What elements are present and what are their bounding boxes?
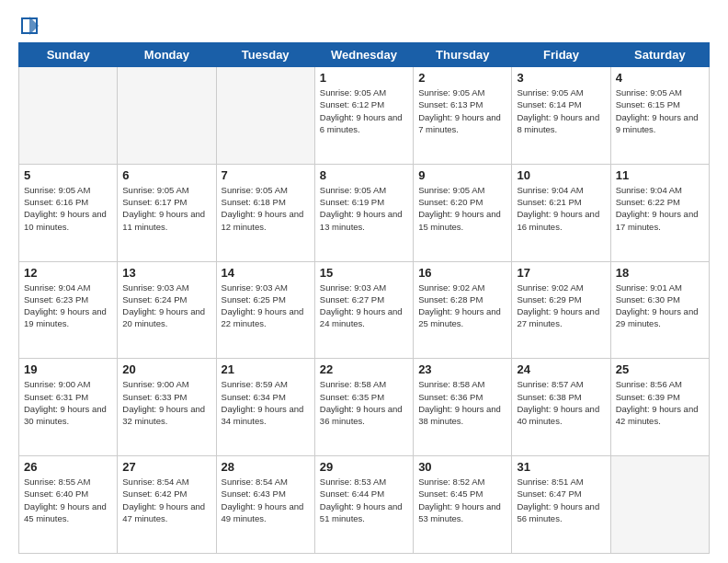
day-info: Sunrise: 9:05 AM Sunset: 6:12 PM Dayligh… bbox=[320, 86, 408, 135]
calendar-cell: 29Sunrise: 8:53 AM Sunset: 6:44 PM Dayli… bbox=[314, 456, 413, 554]
calendar-cell: 13Sunrise: 9:03 AM Sunset: 6:24 PM Dayli… bbox=[118, 261, 216, 359]
calendar-table: SundayMondayTuesdayWednesdayThursdayFrid… bbox=[18, 42, 710, 554]
calendar-cell: 4Sunrise: 9:05 AM Sunset: 6:15 PM Daylig… bbox=[610, 67, 709, 165]
weekday-header: SundayMondayTuesdayWednesdayThursdayFrid… bbox=[19, 43, 710, 67]
calendar-cell: 19Sunrise: 9:00 AM Sunset: 6:31 PM Dayli… bbox=[19, 359, 118, 456]
day-info: Sunrise: 9:03 AM Sunset: 6:27 PM Dayligh… bbox=[320, 282, 408, 330]
day-number: 26 bbox=[24, 460, 112, 474]
day-number: 28 bbox=[222, 460, 310, 474]
calendar-cell: 8Sunrise: 9:05 AM Sunset: 6:19 PM Daylig… bbox=[314, 164, 413, 261]
day-info: Sunrise: 9:03 AM Sunset: 6:24 PM Dayligh… bbox=[122, 282, 210, 330]
day-number: 18 bbox=[616, 266, 704, 280]
weekday-header-cell: Thursday bbox=[414, 43, 512, 67]
day-info: Sunrise: 9:05 AM Sunset: 6:17 PM Dayligh… bbox=[122, 184, 210, 233]
calendar-cell: 9Sunrise: 9:05 AM Sunset: 6:20 PM Daylig… bbox=[414, 164, 512, 261]
calendar-cell: 7Sunrise: 9:05 AM Sunset: 6:18 PM Daylig… bbox=[216, 164, 314, 261]
calendar-cell: 23Sunrise: 8:58 AM Sunset: 6:36 PM Dayli… bbox=[414, 359, 512, 456]
calendar-cell: 28Sunrise: 8:54 AM Sunset: 6:43 PM Dayli… bbox=[216, 456, 314, 554]
calendar-row: 1Sunrise: 9:05 AM Sunset: 6:12 PM Daylig… bbox=[19, 67, 710, 165]
calendar-cell bbox=[118, 67, 216, 165]
day-number: 15 bbox=[320, 266, 408, 280]
day-number: 22 bbox=[320, 362, 408, 376]
day-info: Sunrise: 8:54 AM Sunset: 6:43 PM Dayligh… bbox=[222, 476, 310, 524]
day-info: Sunrise: 9:00 AM Sunset: 6:31 PM Dayligh… bbox=[24, 378, 112, 427]
day-number: 30 bbox=[418, 460, 506, 474]
day-number: 17 bbox=[517, 266, 605, 280]
calendar-cell: 25Sunrise: 8:56 AM Sunset: 6:39 PM Dayli… bbox=[610, 359, 709, 456]
day-info: Sunrise: 8:59 AM Sunset: 6:34 PM Dayligh… bbox=[222, 378, 310, 427]
day-number: 3 bbox=[517, 71, 605, 85]
calendar-cell: 2Sunrise: 9:05 AM Sunset: 6:13 PM Daylig… bbox=[414, 67, 512, 165]
weekday-header-cell: Tuesday bbox=[216, 43, 314, 67]
weekday-header-cell: Saturday bbox=[610, 43, 709, 67]
day-number: 27 bbox=[122, 460, 210, 474]
calendar-cell: 11Sunrise: 9:04 AM Sunset: 6:22 PM Dayli… bbox=[610, 164, 709, 261]
day-number: 16 bbox=[418, 266, 506, 280]
day-number: 5 bbox=[24, 168, 112, 182]
day-info: Sunrise: 8:58 AM Sunset: 6:36 PM Dayligh… bbox=[418, 378, 506, 427]
calendar-cell: 5Sunrise: 9:05 AM Sunset: 6:16 PM Daylig… bbox=[19, 164, 118, 261]
calendar-cell: 21Sunrise: 8:59 AM Sunset: 6:34 PM Dayli… bbox=[216, 359, 314, 456]
calendar-cell: 31Sunrise: 8:51 AM Sunset: 6:47 PM Dayli… bbox=[512, 456, 610, 554]
day-number: 14 bbox=[222, 266, 310, 280]
day-number: 19 bbox=[24, 362, 112, 376]
day-info: Sunrise: 8:51 AM Sunset: 6:47 PM Dayligh… bbox=[517, 476, 605, 524]
calendar-cell: 16Sunrise: 9:02 AM Sunset: 6:28 PM Dayli… bbox=[414, 261, 512, 359]
day-info: Sunrise: 9:04 AM Sunset: 6:23 PM Dayligh… bbox=[24, 282, 112, 330]
logo-icon bbox=[18, 15, 37, 33]
day-number: 21 bbox=[222, 362, 310, 376]
day-number: 12 bbox=[24, 266, 112, 280]
calendar-cell: 22Sunrise: 8:58 AM Sunset: 6:35 PM Dayli… bbox=[314, 359, 413, 456]
calendar-row: 12Sunrise: 9:04 AM Sunset: 6:23 PM Dayli… bbox=[19, 261, 710, 359]
calendar-cell: 26Sunrise: 8:55 AM Sunset: 6:40 PM Dayli… bbox=[19, 456, 118, 554]
day-number: 20 bbox=[122, 362, 210, 376]
weekday-header-cell: Wednesday bbox=[314, 43, 413, 67]
day-info: Sunrise: 8:55 AM Sunset: 6:40 PM Dayligh… bbox=[24, 476, 112, 524]
day-number: 2 bbox=[418, 71, 506, 85]
logo bbox=[18, 15, 40, 33]
day-info: Sunrise: 9:00 AM Sunset: 6:33 PM Dayligh… bbox=[122, 378, 210, 427]
day-number: 7 bbox=[222, 168, 310, 182]
day-number: 6 bbox=[122, 168, 210, 182]
header bbox=[18, 15, 710, 33]
day-info: Sunrise: 9:04 AM Sunset: 6:22 PM Dayligh… bbox=[616, 184, 704, 233]
day-info: Sunrise: 8:52 AM Sunset: 6:45 PM Dayligh… bbox=[418, 476, 506, 524]
weekday-header-cell: Monday bbox=[118, 43, 216, 67]
calendar-row: 26Sunrise: 8:55 AM Sunset: 6:40 PM Dayli… bbox=[19, 456, 710, 554]
day-info: Sunrise: 8:58 AM Sunset: 6:35 PM Dayligh… bbox=[320, 378, 408, 427]
day-info: Sunrise: 9:05 AM Sunset: 6:18 PM Dayligh… bbox=[222, 184, 310, 233]
day-number: 25 bbox=[616, 362, 704, 376]
day-number: 9 bbox=[418, 168, 506, 182]
day-info: Sunrise: 9:05 AM Sunset: 6:19 PM Dayligh… bbox=[320, 184, 408, 233]
weekday-header-cell: Friday bbox=[512, 43, 610, 67]
weekday-header-cell: Sunday bbox=[19, 43, 118, 67]
day-info: Sunrise: 9:05 AM Sunset: 6:15 PM Dayligh… bbox=[616, 86, 704, 135]
day-info: Sunrise: 9:05 AM Sunset: 6:14 PM Dayligh… bbox=[517, 86, 605, 135]
calendar-cell: 20Sunrise: 9:00 AM Sunset: 6:33 PM Dayli… bbox=[118, 359, 216, 456]
calendar-cell: 30Sunrise: 8:52 AM Sunset: 6:45 PM Dayli… bbox=[414, 456, 512, 554]
day-number: 29 bbox=[320, 460, 408, 474]
day-info: Sunrise: 9:02 AM Sunset: 6:29 PM Dayligh… bbox=[517, 282, 605, 330]
day-info: Sunrise: 8:53 AM Sunset: 6:44 PM Dayligh… bbox=[320, 476, 408, 524]
calendar-cell: 1Sunrise: 9:05 AM Sunset: 6:12 PM Daylig… bbox=[314, 67, 413, 165]
calendar-cell: 14Sunrise: 9:03 AM Sunset: 6:25 PM Dayli… bbox=[216, 261, 314, 359]
day-number: 23 bbox=[418, 362, 506, 376]
day-number: 24 bbox=[517, 362, 605, 376]
calendar-cell: 6Sunrise: 9:05 AM Sunset: 6:17 PM Daylig… bbox=[118, 164, 216, 261]
calendar-cell: 10Sunrise: 9:04 AM Sunset: 6:21 PM Dayli… bbox=[512, 164, 610, 261]
day-info: Sunrise: 8:56 AM Sunset: 6:39 PM Dayligh… bbox=[616, 378, 704, 427]
calendar-cell bbox=[610, 456, 709, 554]
calendar-cell bbox=[216, 67, 314, 165]
calendar-cell: 24Sunrise: 8:57 AM Sunset: 6:38 PM Dayli… bbox=[512, 359, 610, 456]
day-info: Sunrise: 8:57 AM Sunset: 6:38 PM Dayligh… bbox=[517, 378, 605, 427]
day-number: 13 bbox=[122, 266, 210, 280]
calendar-cell: 15Sunrise: 9:03 AM Sunset: 6:27 PM Dayli… bbox=[314, 261, 413, 359]
day-number: 31 bbox=[517, 460, 605, 474]
calendar-body: 1Sunrise: 9:05 AM Sunset: 6:12 PM Daylig… bbox=[19, 67, 710, 554]
day-info: Sunrise: 9:04 AM Sunset: 6:21 PM Dayligh… bbox=[517, 184, 605, 233]
day-number: 1 bbox=[320, 71, 408, 85]
calendar-cell: 27Sunrise: 8:54 AM Sunset: 6:42 PM Dayli… bbox=[118, 456, 216, 554]
calendar-cell: 18Sunrise: 9:01 AM Sunset: 6:30 PM Dayli… bbox=[610, 261, 709, 359]
calendar-cell bbox=[19, 67, 118, 165]
day-info: Sunrise: 9:01 AM Sunset: 6:30 PM Dayligh… bbox=[616, 282, 704, 330]
